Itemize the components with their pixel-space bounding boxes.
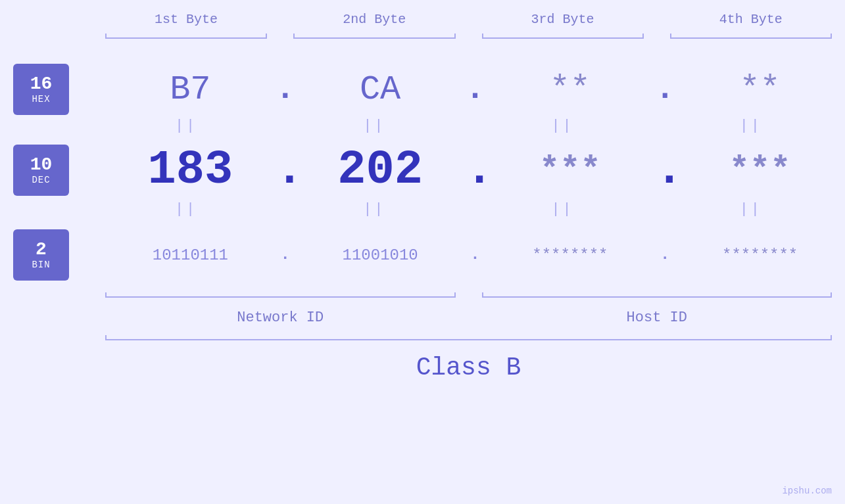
bin-byte2: 11001010: [295, 246, 466, 264]
hex-label-box: 16 HEX: [13, 64, 69, 115]
byte2-header: 2nd Byte: [280, 12, 468, 27]
network-bracket: [92, 291, 469, 303]
byte4-header: 4th Byte: [657, 12, 845, 27]
byte3-header: 3rd Byte: [469, 12, 657, 27]
hex-row: 16 HEX B7 . CA . ** . **: [13, 64, 845, 115]
eq2-b4: ||: [657, 201, 845, 218]
dec-byte3: ***: [485, 151, 656, 190]
eq2-b2: ||: [280, 201, 468, 218]
dec-label-box: 10 DEC: [13, 145, 69, 196]
eq1-b1: ||: [92, 118, 280, 134]
bracket-line-1: [105, 37, 267, 39]
network-bracket-line: [105, 296, 456, 298]
bin-byte3: ********: [485, 246, 656, 264]
dec-values-row: 183 . 202 . *** . ***: [105, 143, 845, 197]
hex-byte1: B7: [105, 70, 276, 109]
equals-row-1: || || || ||: [92, 118, 845, 134]
bin-text: BIN: [32, 260, 50, 270]
watermark: ipshu.com: [782, 486, 832, 496]
dec-byte1: 183: [105, 143, 276, 197]
section-bracket-row: [92, 291, 845, 303]
class-label-row: Class B: [92, 354, 845, 382]
section-labels-row: Network ID Host ID: [92, 309, 845, 326]
eq1-b4: ||: [657, 118, 845, 134]
bracket-line-4: [670, 37, 832, 39]
bin-label-box: 2 BIN: [13, 229, 69, 281]
bracket-byte2: [280, 32, 468, 44]
top-bracket-row: [92, 32, 845, 44]
bin-dot1: .: [276, 247, 295, 263]
equals-row-2: || || || ||: [92, 201, 845, 218]
dec-byte2: 202: [295, 143, 466, 197]
bin-dot2: .: [466, 247, 485, 263]
bin-byte4: ********: [675, 246, 845, 264]
bin-values-row: 10110111 . 11001010 . ******** . *******…: [105, 246, 845, 264]
main-container: 1st Byte 2nd Byte 3rd Byte 4th Byte 16 H…: [0, 0, 845, 504]
dec-row: 10 DEC 183 . 202 . *** . ***: [13, 143, 845, 197]
eq1-b2: ||: [280, 118, 468, 134]
bin-row: 2 BIN 10110111 . 11001010 . ******** . *…: [13, 229, 845, 281]
dec-number: 10: [30, 155, 53, 175]
bracket-byte1: [92, 32, 280, 44]
host-id-label: Host ID: [469, 309, 846, 326]
dec-text: DEC: [32, 175, 50, 185]
hex-byte4: **: [675, 70, 845, 109]
bin-byte1: 10110111: [105, 246, 276, 264]
bracket-byte4: [657, 32, 845, 44]
bracket-byte3: [469, 32, 657, 44]
dec-byte4: ***: [675, 151, 845, 190]
bracket-line-2: [293, 37, 455, 39]
class-label: Class B: [416, 354, 521, 382]
byte1-header: 1st Byte: [92, 12, 280, 27]
dec-dot1: .: [276, 143, 295, 197]
hex-dot2: .: [466, 73, 485, 106]
dec-dot2: .: [466, 143, 485, 197]
dec-dot3: .: [655, 143, 675, 197]
big-bracket-line: [105, 339, 832, 340]
bracket-line-3: [482, 37, 644, 39]
bin-dot3: .: [655, 247, 675, 263]
big-bracket-row: [92, 334, 845, 344]
hex-number: 16: [30, 74, 53, 95]
eq2-b1: ||: [92, 201, 280, 218]
hex-dot3: .: [655, 73, 675, 106]
bin-number: 2: [36, 240, 47, 260]
network-id-label: Network ID: [92, 309, 469, 326]
host-bracket-line: [482, 296, 833, 298]
hex-text: HEX: [32, 94, 50, 104]
eq2-b3: ||: [469, 201, 657, 218]
eq1-b3: ||: [469, 118, 657, 134]
hex-byte2: CA: [295, 70, 466, 109]
hex-values-row: B7 . CA . ** . **: [105, 70, 845, 109]
byte-headers: 1st Byte 2nd Byte 3rd Byte 4th Byte: [92, 0, 845, 27]
hex-dot1: .: [276, 73, 295, 106]
host-bracket: [469, 291, 846, 303]
hex-byte3: **: [485, 70, 656, 109]
